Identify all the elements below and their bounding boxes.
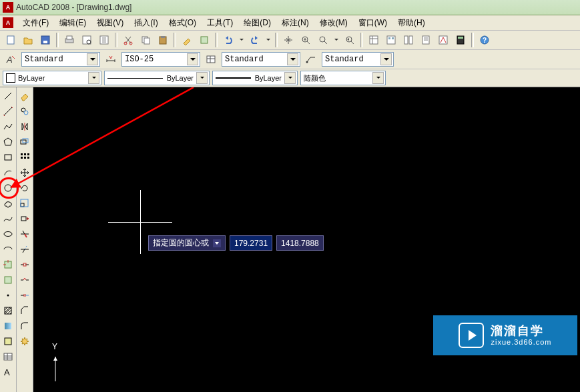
fillet-icon[interactable] xyxy=(17,319,32,333)
redo-dropdown-icon[interactable] xyxy=(264,32,272,48)
svg-text:A: A xyxy=(6,55,13,65)
polygon-icon[interactable] xyxy=(1,135,15,149)
region-icon[interactable] xyxy=(1,334,15,349)
svg-rect-2 xyxy=(43,41,47,43)
undo-icon[interactable] xyxy=(220,32,236,48)
explode-icon[interactable] xyxy=(17,334,32,349)
ellipse-arc-icon[interactable] xyxy=(1,242,15,257)
ellipse-icon[interactable] xyxy=(1,227,15,241)
point-icon[interactable] xyxy=(1,288,15,303)
extend-icon[interactable] xyxy=(17,242,32,257)
offset-icon[interactable] xyxy=(17,135,32,149)
menu-file[interactable]: 文件(F) xyxy=(17,16,54,30)
zoom-window-icon[interactable] xyxy=(315,32,331,48)
zoom-dropdown-icon[interactable] xyxy=(332,32,340,48)
erase-icon[interactable] xyxy=(17,89,32,103)
dynamic-prompt: 指定圆的圆心或 xyxy=(148,235,226,251)
undo-dropdown-icon[interactable] xyxy=(238,32,246,48)
redo-icon[interactable] xyxy=(247,32,263,48)
new-icon[interactable] xyxy=(3,32,19,48)
plot-style-combo[interactable]: 随颜色 xyxy=(300,71,386,85)
dim-style-icon[interactable] xyxy=(103,51,119,67)
arc-icon[interactable] xyxy=(1,165,15,180)
menu-format[interactable]: 格式(O) xyxy=(164,16,202,30)
text-style-icon[interactable]: A xyxy=(3,51,19,67)
copy-obj-icon[interactable] xyxy=(17,104,32,119)
svg-rect-51 xyxy=(21,157,23,159)
join-icon[interactable] xyxy=(17,288,32,303)
design-center-icon[interactable] xyxy=(383,32,399,48)
properties-icon[interactable] xyxy=(366,32,382,48)
array-icon[interactable] xyxy=(17,150,32,165)
insert-block-icon[interactable] xyxy=(1,257,15,272)
chamfer-icon[interactable] xyxy=(17,303,32,318)
quickcalc-icon[interactable] xyxy=(453,32,469,48)
help-icon[interactable]: ? xyxy=(477,32,493,48)
polyline-icon[interactable] xyxy=(1,119,15,134)
linetype-combo[interactable]: ByLayer xyxy=(104,71,210,85)
zoom-previous-icon[interactable] xyxy=(342,32,358,48)
mleader-style-combo[interactable]: Standard xyxy=(322,52,394,67)
dynamic-y-input[interactable]: 1418.7888 xyxy=(276,235,324,251)
cut-icon[interactable] xyxy=(120,32,136,48)
move-icon[interactable] xyxy=(17,165,32,180)
plot-icon[interactable] xyxy=(61,32,77,48)
rectangle-icon[interactable] xyxy=(1,150,15,165)
break-icon[interactable] xyxy=(17,273,32,287)
styles-toolbar: A Standard ISO-25 Standard Standard xyxy=(0,50,580,69)
spline-icon[interactable] xyxy=(1,211,15,226)
menu-help[interactable]: 帮助(H) xyxy=(392,16,430,30)
menu-tools[interactable]: 工具(T) xyxy=(202,16,238,30)
publish-icon[interactable] xyxy=(96,32,112,48)
drawing-canvas[interactable]: 指定圆的圆心或 179.2731 1418.7888 Y 溜溜自学 zixue.… xyxy=(33,87,580,392)
svg-rect-20 xyxy=(388,37,390,39)
paste-icon[interactable] xyxy=(155,32,171,48)
xline-icon[interactable] xyxy=(1,104,15,119)
zoom-realtime-icon[interactable] xyxy=(298,32,314,48)
chevron-down-icon[interactable] xyxy=(213,239,221,247)
revision-cloud-icon[interactable] xyxy=(1,196,15,211)
menu-edit[interactable]: 编辑(E) xyxy=(54,16,91,30)
hatch-icon[interactable] xyxy=(1,303,15,318)
lineweight-combo[interactable]: ByLayer xyxy=(212,71,298,85)
svg-rect-46 xyxy=(21,140,26,144)
mtext-icon[interactable]: A xyxy=(1,365,15,379)
make-block-icon[interactable] xyxy=(1,273,15,287)
circle-icon[interactable] xyxy=(1,181,15,195)
draw-toolbar: A xyxy=(0,87,17,392)
modify-toolbar xyxy=(17,87,33,392)
scale-icon[interactable] xyxy=(17,196,32,211)
text-style-combo[interactable]: Standard xyxy=(21,52,100,67)
menu-window[interactable]: 窗口(W) xyxy=(353,16,392,30)
table-style-icon[interactable] xyxy=(203,51,219,67)
open-icon[interactable] xyxy=(20,32,36,48)
menu-view[interactable]: 视图(V) xyxy=(91,16,129,30)
sheet-set-icon[interactable] xyxy=(418,32,434,48)
mleader-style-icon[interactable] xyxy=(303,51,319,67)
menu-insert[interactable]: 插入(I) xyxy=(129,16,163,30)
gradient-icon[interactable] xyxy=(1,319,15,333)
save-icon[interactable] xyxy=(37,32,53,48)
stretch-icon[interactable] xyxy=(17,211,32,226)
menu-draw[interactable]: 绘图(D) xyxy=(238,16,276,30)
tool-palettes-icon[interactable] xyxy=(400,32,416,48)
pan-icon[interactable] xyxy=(280,32,296,48)
menu-dim[interactable]: 标注(N) xyxy=(276,16,314,30)
copy-icon[interactable] xyxy=(137,32,154,48)
rotate-icon[interactable] xyxy=(17,181,32,195)
svg-rect-47 xyxy=(23,139,28,143)
break-at-point-icon[interactable] xyxy=(17,257,32,272)
match-prop-icon[interactable] xyxy=(179,32,195,48)
plot-preview-icon[interactable] xyxy=(79,32,95,48)
mirror-icon[interactable] xyxy=(17,119,32,134)
dynamic-x-input[interactable]: 179.2731 xyxy=(230,235,272,251)
dim-style-combo[interactable]: ISO-25 xyxy=(121,52,200,67)
line-icon[interactable] xyxy=(1,89,15,103)
table-style-combo[interactable]: Standard xyxy=(222,52,300,67)
trim-icon[interactable] xyxy=(17,227,32,241)
table-icon[interactable] xyxy=(1,349,15,364)
layer-color-combo[interactable]: ByLayer xyxy=(3,71,101,85)
markup-set-icon[interactable] xyxy=(435,32,451,48)
menu-modify[interactable]: 修改(M) xyxy=(314,16,353,30)
block-editor-icon[interactable] xyxy=(196,32,212,48)
